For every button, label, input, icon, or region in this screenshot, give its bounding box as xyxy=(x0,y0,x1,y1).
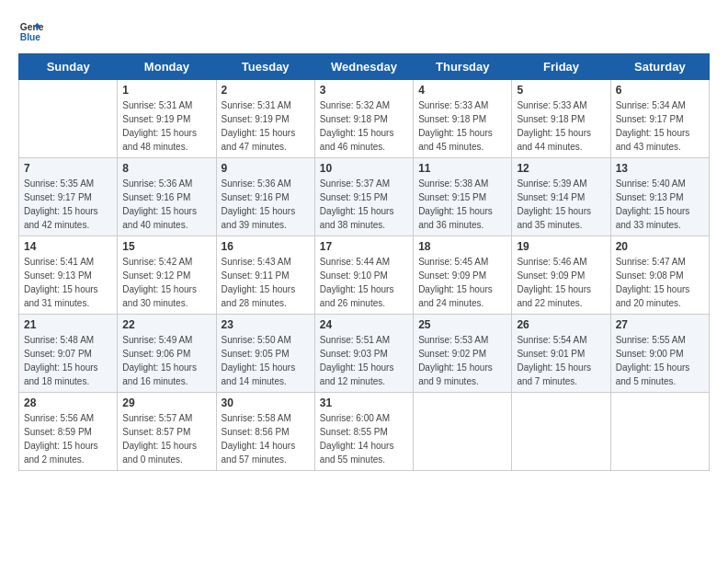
day-header-monday: Monday xyxy=(118,54,216,80)
calendar-cell xyxy=(512,393,610,471)
day-number: 8 xyxy=(122,162,210,175)
calendar-cell: 2Sunrise: 5:31 AMSunset: 9:19 PMDaylight… xyxy=(216,80,314,158)
calendar-cell: 5Sunrise: 5:33 AMSunset: 9:18 PMDaylight… xyxy=(512,80,610,158)
calendar-header-row: SundayMondayTuesdayWednesdayThursdayFrid… xyxy=(19,54,710,80)
calendar-cell: 11Sunrise: 5:38 AMSunset: 9:15 PMDayligh… xyxy=(414,158,512,236)
week-row-1: 1Sunrise: 5:31 AMSunset: 9:19 PMDaylight… xyxy=(19,80,710,158)
day-number: 25 xyxy=(418,318,506,331)
cell-info: Sunrise: 5:43 AMSunset: 9:11 PMDaylight:… xyxy=(222,255,310,310)
day-number: 20 xyxy=(616,240,704,253)
calendar-cell: 3Sunrise: 5:32 AMSunset: 9:18 PMDaylight… xyxy=(314,80,413,158)
cell-info: Sunrise: 5:56 AMSunset: 8:59 PMDaylight:… xyxy=(24,411,112,466)
cell-info: Sunrise: 5:51 AMSunset: 9:03 PMDaylight:… xyxy=(320,333,408,388)
day-number: 27 xyxy=(616,318,704,331)
day-header-friday: Friday xyxy=(512,54,610,80)
cell-info: Sunrise: 5:32 AMSunset: 9:18 PMDaylight:… xyxy=(320,98,408,154)
calendar-cell: 12Sunrise: 5:39 AMSunset: 9:14 PMDayligh… xyxy=(512,158,610,236)
calendar-cell: 22Sunrise: 5:49 AMSunset: 9:06 PMDayligh… xyxy=(118,315,216,393)
cell-info: Sunrise: 5:39 AMSunset: 9:14 PMDaylight:… xyxy=(517,177,605,232)
calendar-cell: 21Sunrise: 5:48 AMSunset: 9:07 PMDayligh… xyxy=(19,315,118,393)
calendar-cell: 23Sunrise: 5:50 AMSunset: 9:05 PMDayligh… xyxy=(216,315,314,393)
logo: General Blue xyxy=(18,18,44,44)
day-number: 19 xyxy=(517,240,605,253)
cell-info: Sunrise: 5:47 AMSunset: 9:08 PMDaylight:… xyxy=(616,255,704,310)
day-number: 26 xyxy=(517,318,605,331)
day-number: 18 xyxy=(418,240,506,253)
calendar-cell: 28Sunrise: 5:56 AMSunset: 8:59 PMDayligh… xyxy=(19,393,118,471)
calendar-cell: 30Sunrise: 5:58 AMSunset: 8:56 PMDayligh… xyxy=(216,393,314,471)
cell-info: Sunrise: 5:53 AMSunset: 9:02 PMDaylight:… xyxy=(418,333,506,388)
day-number: 14 xyxy=(24,240,112,253)
calendar-cell: 27Sunrise: 5:55 AMSunset: 9:00 PMDayligh… xyxy=(610,315,709,393)
calendar-cell: 24Sunrise: 5:51 AMSunset: 9:03 PMDayligh… xyxy=(314,315,413,393)
calendar-cell: 20Sunrise: 5:47 AMSunset: 9:08 PMDayligh… xyxy=(610,236,709,315)
day-number: 3 xyxy=(320,84,408,97)
cell-info: Sunrise: 5:33 AMSunset: 9:18 PMDaylight:… xyxy=(517,98,605,154)
calendar-cell: 18Sunrise: 5:45 AMSunset: 9:09 PMDayligh… xyxy=(414,236,512,315)
day-number: 21 xyxy=(24,318,112,331)
calendar-cell: 7Sunrise: 5:35 AMSunset: 9:17 PMDaylight… xyxy=(19,158,118,236)
cell-info: Sunrise: 6:00 AMSunset: 8:55 PMDaylight:… xyxy=(320,411,408,466)
cell-info: Sunrise: 5:54 AMSunset: 9:01 PMDaylight:… xyxy=(517,333,605,388)
day-number: 17 xyxy=(320,240,408,253)
calendar-cell: 10Sunrise: 5:37 AMSunset: 9:15 PMDayligh… xyxy=(314,158,413,236)
page-header: General Blue xyxy=(18,18,710,44)
calendar-cell xyxy=(610,393,709,471)
day-number: 24 xyxy=(320,318,408,331)
cell-info: Sunrise: 5:46 AMSunset: 9:09 PMDaylight:… xyxy=(517,255,605,310)
cell-info: Sunrise: 5:40 AMSunset: 9:13 PMDaylight:… xyxy=(616,177,704,232)
calendar-cell: 17Sunrise: 5:44 AMSunset: 9:10 PMDayligh… xyxy=(314,236,413,315)
week-row-5: 28Sunrise: 5:56 AMSunset: 8:59 PMDayligh… xyxy=(19,393,710,471)
day-number: 10 xyxy=(320,162,408,175)
day-number: 12 xyxy=(517,162,605,175)
day-number: 2 xyxy=(222,84,310,97)
cell-info: Sunrise: 5:35 AMSunset: 9:17 PMDaylight:… xyxy=(24,177,112,232)
cell-info: Sunrise: 5:38 AMSunset: 9:15 PMDaylight:… xyxy=(418,177,506,232)
cell-info: Sunrise: 5:50 AMSunset: 9:05 PMDaylight:… xyxy=(222,333,310,388)
cell-info: Sunrise: 5:33 AMSunset: 9:18 PMDaylight:… xyxy=(418,98,506,154)
cell-info: Sunrise: 5:36 AMSunset: 9:16 PMDaylight:… xyxy=(222,177,310,232)
cell-info: Sunrise: 5:45 AMSunset: 9:09 PMDaylight:… xyxy=(418,255,506,310)
calendar-cell: 15Sunrise: 5:42 AMSunset: 9:12 PMDayligh… xyxy=(118,236,216,315)
day-number: 11 xyxy=(418,162,506,175)
day-number: 7 xyxy=(24,162,112,175)
calendar-cell: 25Sunrise: 5:53 AMSunset: 9:02 PMDayligh… xyxy=(414,315,512,393)
calendar-cell: 8Sunrise: 5:36 AMSunset: 9:16 PMDaylight… xyxy=(118,158,216,236)
week-row-3: 14Sunrise: 5:41 AMSunset: 9:13 PMDayligh… xyxy=(19,236,710,315)
week-row-2: 7Sunrise: 5:35 AMSunset: 9:17 PMDaylight… xyxy=(19,158,710,236)
cell-info: Sunrise: 5:34 AMSunset: 9:17 PMDaylight:… xyxy=(616,98,704,154)
cell-info: Sunrise: 5:58 AMSunset: 8:56 PMDaylight:… xyxy=(222,411,310,466)
calendar-cell: 14Sunrise: 5:41 AMSunset: 9:13 PMDayligh… xyxy=(19,236,118,315)
cell-info: Sunrise: 5:57 AMSunset: 8:57 PMDaylight:… xyxy=(122,411,210,466)
day-number: 1 xyxy=(122,84,210,97)
calendar-cell: 13Sunrise: 5:40 AMSunset: 9:13 PMDayligh… xyxy=(610,158,709,236)
day-header-sunday: Sunday xyxy=(19,54,118,80)
day-number: 15 xyxy=(122,240,210,253)
calendar-cell: 31Sunrise: 6:00 AMSunset: 8:55 PMDayligh… xyxy=(314,393,413,471)
cell-info: Sunrise: 5:44 AMSunset: 9:10 PMDaylight:… xyxy=(320,255,408,310)
svg-text:Blue: Blue xyxy=(20,32,41,42)
calendar-cell xyxy=(19,80,118,158)
cell-info: Sunrise: 5:36 AMSunset: 9:16 PMDaylight:… xyxy=(122,177,210,232)
day-number: 31 xyxy=(320,396,408,409)
cell-info: Sunrise: 5:41 AMSunset: 9:13 PMDaylight:… xyxy=(24,255,112,310)
day-number: 23 xyxy=(222,318,310,331)
day-header-thursday: Thursday xyxy=(414,54,512,80)
calendar-cell xyxy=(414,393,512,471)
day-number: 16 xyxy=(222,240,310,253)
cell-info: Sunrise: 5:55 AMSunset: 9:00 PMDaylight:… xyxy=(616,333,704,388)
calendar-cell: 6Sunrise: 5:34 AMSunset: 9:17 PMDaylight… xyxy=(610,80,709,158)
day-number: 30 xyxy=(222,396,310,409)
day-number: 9 xyxy=(222,162,310,175)
svg-text:General: General xyxy=(20,22,44,32)
cell-info: Sunrise: 5:48 AMSunset: 9:07 PMDaylight:… xyxy=(24,333,112,388)
day-header-saturday: Saturday xyxy=(610,54,709,80)
calendar-cell: 9Sunrise: 5:36 AMSunset: 9:16 PMDaylight… xyxy=(216,158,314,236)
day-header-tuesday: Tuesday xyxy=(216,54,314,80)
day-number: 22 xyxy=(122,318,210,331)
day-number: 6 xyxy=(616,84,704,97)
cell-info: Sunrise: 5:31 AMSunset: 9:19 PMDaylight:… xyxy=(222,98,310,154)
cell-info: Sunrise: 5:37 AMSunset: 9:15 PMDaylight:… xyxy=(320,177,408,232)
cell-info: Sunrise: 5:49 AMSunset: 9:06 PMDaylight:… xyxy=(122,333,210,388)
day-header-wednesday: Wednesday xyxy=(314,54,413,80)
